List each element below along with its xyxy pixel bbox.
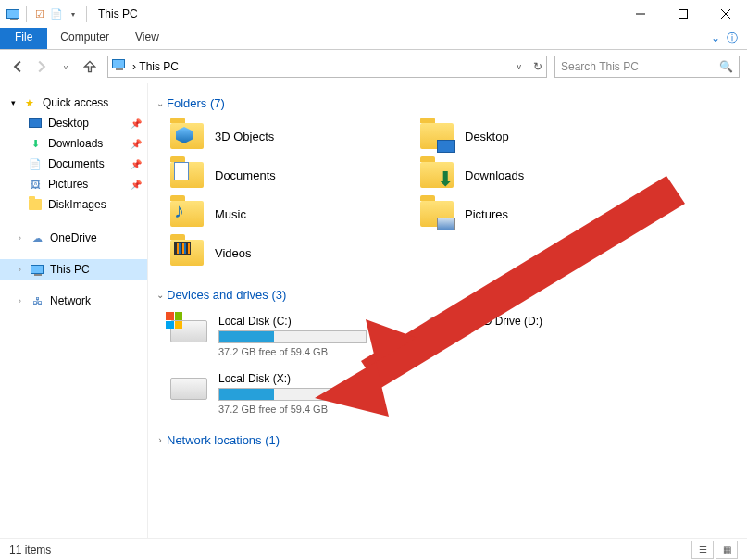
details-view-button[interactable]: ☰: [691, 541, 714, 559]
chevron-down-icon: ⌄: [154, 290, 167, 300]
ribbon: File Computer View ⌄ ⓘ: [0, 28, 747, 50]
chevron-right-icon: ›: [19, 233, 30, 243]
sidebar-quick-access[interactable]: ▾ ★ Quick access: [0, 93, 147, 113]
nav-recent-dropdown-icon[interactable]: v: [56, 56, 76, 77]
folder-music[interactable]: ♪ Music: [168, 197, 400, 230]
body: ▾ ★ Quick access Desktop 📌 ⬇ Downloads 📌…: [0, 83, 747, 538]
documents-icon: 📄: [28, 156, 43, 171]
pin-icon: 📌: [131, 159, 142, 169]
separator: [26, 6, 27, 22]
star-icon: ★: [22, 95, 37, 110]
file-tab[interactable]: File: [0, 28, 47, 49]
sidebar-item-diskimages[interactable]: DiskImages: [0, 194, 147, 215]
folder-icon: [168, 158, 205, 192]
desktop-icon: [28, 116, 43, 131]
hdd-icon: [168, 372, 209, 405]
folder-pictures[interactable]: Pictures: [418, 197, 650, 230]
separator: [86, 6, 87, 22]
drives-section-header[interactable]: ⌄ Devices and drives (3): [154, 284, 741, 305]
address-path: This PC: [139, 60, 513, 73]
address-bar[interactable]: › This PC v ↻: [107, 56, 547, 78]
window-title: This PC: [98, 7, 138, 20]
capacity-bar: [218, 388, 367, 401]
computer-tab[interactable]: Computer: [47, 28, 122, 49]
drives-grid: Local Disk (C:) 37.2 GB free of 59.4 GB …: [154, 305, 741, 429]
drive-local-x[interactable]: Local Disk (X:) 37.2 GB free of 59.4 GB: [168, 372, 400, 415]
pc-icon: [30, 262, 44, 277]
folders-header-label: Folders (7): [167, 96, 225, 110]
qat-dropdown-icon[interactable]: ▾: [66, 6, 81, 21]
refresh-button[interactable]: ↻: [529, 60, 542, 73]
chevron-right-icon: ›: [19, 265, 30, 274]
qat-new-folder-icon[interactable]: 📄: [49, 6, 64, 21]
chevron-down-icon: ⌄: [154, 98, 167, 108]
sidebar-item-documents[interactable]: 📄 Documents 📌: [0, 154, 147, 174]
folder-icon: [418, 197, 455, 230]
maximize-button[interactable]: [662, 0, 704, 28]
address-dropdown-icon[interactable]: v: [514, 62, 526, 71]
close-button[interactable]: [704, 0, 747, 28]
ribbon-collapse-icon[interactable]: ⌄ ⓘ: [702, 28, 747, 49]
svg-rect-1: [679, 10, 688, 19]
cloud-icon: ☁: [30, 230, 44, 245]
folder-desktop[interactable]: Desktop: [418, 119, 650, 153]
window-buttons: [619, 0, 747, 28]
folder-icon: [418, 119, 455, 153]
sidebar-item-pictures[interactable]: 🖼 Pictures 📌: [0, 174, 147, 194]
folders-section-header[interactable]: ⌄ Folders (7): [154, 93, 741, 114]
sidebar-item-downloads[interactable]: ⬇ Downloads 📌: [0, 133, 147, 154]
dvd-icon: DVD: [418, 315, 459, 348]
qat-properties-icon[interactable]: ☑: [32, 6, 47, 21]
search-placeholder: Search This PC: [561, 60, 719, 73]
downloads-icon: ⬇: [28, 136, 43, 151]
pictures-icon: 🖼: [28, 177, 43, 192]
folder-icon: [168, 119, 205, 153]
titlebar: ☑ 📄 ▾ This PC: [0, 0, 747, 28]
nav-pane: ▾ ★ Quick access Desktop 📌 ⬇ Downloads 📌…: [0, 83, 148, 538]
search-box[interactable]: Search This PC 🔍: [554, 56, 740, 78]
drive-local-c[interactable]: Local Disk (C:) 37.2 GB free of 59.4 GB: [168, 315, 400, 357]
quick-access-toolbar: ☑ 📄 ▾: [6, 6, 91, 22]
status-item-count: 11 items: [9, 543, 51, 556]
sidebar-item-desktop[interactable]: Desktop 📌: [0, 113, 147, 133]
folder-3d-objects[interactable]: 3D Objects: [168, 119, 400, 153]
network-locations-section-header[interactable]: › Network locations (1): [154, 429, 741, 451]
app-icon: [6, 6, 20, 21]
folder-icon: ♪: [168, 197, 205, 230]
status-bar: 11 items ☰ ▦: [0, 538, 747, 560]
nav-forward-button[interactable]: [31, 56, 52, 77]
minimize-button[interactable]: [619, 0, 662, 28]
quick-access-label: Quick access: [43, 96, 108, 109]
folder-icon: [168, 236, 205, 269]
nav-up-button[interactable]: [80, 56, 100, 77]
address-pc-icon: [112, 59, 127, 74]
search-icon: 🔍: [719, 60, 733, 73]
quick-access-group: ▾ ★ Quick access Desktop 📌 ⬇ Downloads 📌…: [0, 93, 147, 215]
sidebar-item-onedrive[interactable]: › ☁ OneDrive: [0, 228, 147, 248]
sidebar-item-this-pc[interactable]: › This PC: [0, 259, 147, 280]
large-icons-view-button[interactable]: ▦: [716, 541, 738, 559]
content-pane: ⌄ Folders (7) 3D Objects Desktop Documen…: [148, 83, 747, 538]
drives-header-label: Devices and drives (3): [167, 288, 286, 302]
folder-videos[interactable]: Videos: [168, 236, 400, 269]
nav-back-button[interactable]: [7, 56, 28, 77]
chevron-right-icon: ›: [154, 435, 167, 445]
chevron-right-icon: ›: [19, 296, 30, 305]
pin-icon: 📌: [131, 139, 142, 149]
nav-toolbar: v › This PC v ↻ Search This PC 🔍: [0, 50, 747, 83]
folder-icon: ⬇: [418, 158, 455, 192]
view-tab[interactable]: View: [122, 28, 172, 49]
capacity-bar: [218, 330, 367, 343]
folder-downloads[interactable]: ⬇ Downloads: [418, 158, 650, 192]
chevron-down-icon: ▾: [11, 98, 22, 107]
hdd-windows-icon: [168, 315, 209, 348]
network-header-label: Network locations (1): [167, 433, 280, 447]
folder-icon: [28, 197, 43, 212]
network-icon: 🖧: [30, 293, 44, 308]
drive-dvd-d[interactable]: DVD DVD Drive (D:): [418, 315, 650, 357]
folders-grid: 3D Objects Desktop Documents ⬇ Downloads…: [154, 114, 741, 284]
pin-icon: 📌: [131, 180, 142, 190]
folder-documents[interactable]: Documents: [168, 158, 400, 192]
pin-icon: 📌: [131, 118, 142, 129]
sidebar-item-network[interactable]: › 🖧 Network: [0, 291, 147, 311]
